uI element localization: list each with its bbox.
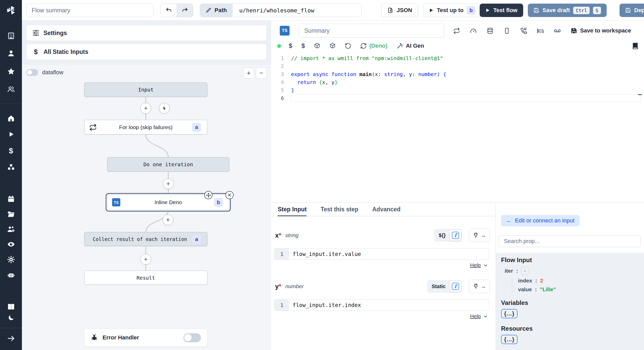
tab-test-this-step[interactable]: Test this step	[320, 203, 358, 216]
code-line[interactable]: 4 return {x, y}	[271, 78, 644, 86]
error-handler-card[interactable]: Error Handler	[84, 329, 207, 347]
javascript-mode-option[interactable]: f	[450, 230, 461, 241]
resources-boxes-icon[interactable]	[0, 160, 22, 174]
variables-dollar-icon[interactable]: $	[301, 42, 305, 49]
help-link[interactable]: Help	[470, 313, 481, 319]
field-y-connect-button[interactable]: →	[469, 280, 490, 293]
reset-rotate-icon[interactable]	[345, 43, 351, 49]
mobile-frame-icon[interactable]	[503, 27, 510, 34]
resources-expand-button[interactable]: {...}	[501, 335, 518, 344]
workspace-icon[interactable]	[0, 29, 22, 43]
package-icon[interactable]	[329, 43, 336, 49]
static-mode-option[interactable]: Static	[428, 284, 449, 289]
bed-suspend-icon[interactable]	[537, 27, 544, 34]
json-button[interactable]: JSON	[381, 4, 418, 17]
template-mode-option[interactable]: ${}	[435, 232, 449, 238]
swap-language-icon[interactable]	[453, 27, 460, 34]
cache-database-icon[interactable]	[487, 27, 494, 34]
flow-graph-canvas[interactable]: Input + For loop (skip failures) a Do on…	[22, 79, 271, 350]
add-trigger-bolt-button[interactable]	[159, 103, 170, 114]
save-icon	[533, 7, 539, 13]
code-line[interactable]: 3export async function main(x: string, y…	[271, 70, 644, 78]
field-x-expression-input[interactable]: 1 flow_input.iter.value	[274, 248, 489, 260]
move-node-handle[interactable]	[204, 191, 213, 199]
ai-wand-icon[interactable]	[396, 43, 403, 49]
groups-icon[interactable]	[0, 82, 22, 96]
chevron-down-icon[interactable]	[483, 314, 488, 319]
add-step-button[interactable]: +	[140, 254, 151, 265]
prop-row-iter[interactable]: iter : -	[505, 267, 644, 275]
code-line[interactable]: 5}	[271, 86, 644, 94]
edit-or-connect-input-button[interactable]: ← Edit or connect an input	[501, 215, 580, 226]
code-editor-body[interactable]: 1// import * as wmill from "npm:windmill…	[271, 54, 644, 102]
add-step-button[interactable]: +	[163, 178, 174, 189]
library-book-icon[interactable]	[632, 42, 639, 49]
all-static-inputs-card[interactable]: $ All Static Inputs	[26, 44, 267, 60]
schedules-calendar-icon[interactable]	[0, 192, 22, 206]
field-x-connect-button[interactable]: →	[469, 229, 490, 242]
ai-gen-label[interactable]: AI Gen	[406, 43, 424, 49]
package-icon[interactable]	[314, 43, 320, 49]
tab-step-input[interactable]: Step Input	[278, 203, 307, 216]
code-line[interactable]: 1// import * as wmill from "npm:windmill…	[271, 54, 644, 62]
bolt-icon	[162, 106, 167, 111]
undo-button[interactable]	[160, 4, 177, 17]
zoom-out-button[interactable]: −	[256, 68, 267, 79]
assets-dollar-icon[interactable]: $	[289, 42, 292, 49]
code-line[interactable]: 6	[271, 94, 644, 102]
zoom-in-button[interactable]: +	[243, 68, 254, 79]
save-to-workspace-button[interactable]: Save to workspace	[571, 27, 631, 34]
search-prop-input[interactable]	[498, 235, 641, 247]
add-step-button[interactable]: +	[140, 103, 151, 114]
save-draft-button[interactable]: Save draft Ctrl S	[528, 4, 607, 17]
audit-eye-icon[interactable]	[0, 237, 22, 251]
user-icon[interactable]	[0, 46, 22, 60]
test-up-to-button[interactable]: Test up to b	[423, 4, 481, 17]
reload-language-icon[interactable]	[360, 43, 367, 49]
collapse-iter-button[interactable]: -	[521, 267, 529, 275]
dataflow-toggle[interactable]	[26, 69, 38, 76]
javascript-mode-option[interactable]: f	[450, 281, 461, 292]
home-icon[interactable]	[0, 111, 22, 125]
path-label: Path	[215, 7, 227, 14]
delete-node-button[interactable]	[225, 191, 234, 199]
flow-settings-card[interactable]: Settings	[26, 25, 267, 41]
prop-row-value[interactable]: value : "Lille"	[518, 286, 644, 293]
flow-summary-input[interactable]	[26, 4, 154, 17]
path-chip[interactable]: Path u/henri/wholesome_flow	[200, 4, 362, 17]
expand-sidebar-arrow-icon[interactable]	[0, 331, 22, 345]
error-handler-toggle[interactable]	[183, 333, 201, 342]
variables-expand-button[interactable]: {...}	[501, 309, 518, 318]
flow-node-input[interactable]: Input	[84, 82, 207, 97]
favorites-star-icon[interactable]	[0, 64, 22, 78]
variables-dollar-icon[interactable]: $	[0, 144, 22, 158]
phone-incoming-icon[interactable]	[520, 27, 527, 34]
performance-gauge-icon[interactable]	[470, 27, 477, 34]
runs-play-icon[interactable]	[0, 127, 22, 141]
workers-icon[interactable]	[0, 222, 22, 236]
dark-mode-moon-icon[interactable]	[0, 311, 22, 325]
code-line[interactable]: 2	[271, 62, 644, 70]
test-up-to-label: Test up to	[437, 7, 463, 14]
topbar: Path u/henri/wholesome_flow JSON Test up…	[22, 0, 644, 21]
add-step-button[interactable]: +	[163, 214, 173, 225]
step-summary-input[interactable]	[299, 24, 444, 38]
settings-gear-icon[interactable]	[0, 253, 22, 266]
ai-robot-icon[interactable]	[0, 268, 22, 282]
prop-row-index[interactable]: index : 2	[518, 278, 644, 284]
tab-advanced[interactable]: Advanced	[372, 203, 401, 216]
scrollbar-marker[interactable]	[638, 94, 642, 95]
flow-node-do-one-iteration[interactable]: Do one iteration	[107, 157, 229, 172]
flow-node-forloop[interactable]: For loop (skip failures) a	[84, 120, 207, 135]
flow-node-collect-result[interactable]: Collect result of each iteration a	[84, 232, 207, 246]
test-flow-button[interactable]: Test flow	[480, 4, 523, 17]
voicemail-icon[interactable]	[554, 27, 561, 35]
folders-icon[interactable]	[0, 207, 22, 221]
chevron-down-icon[interactable]	[483, 263, 488, 268]
help-link[interactable]: Help	[470, 262, 481, 268]
deploy-button[interactable]: Deploy	[620, 4, 644, 17]
flow-node-result[interactable]: Result	[84, 271, 207, 285]
redo-button[interactable]	[177, 4, 193, 17]
field-y-expression-input[interactable]: 1 flow_input.iter.index	[274, 299, 489, 311]
windmill-logo[interactable]	[0, 3, 22, 17]
